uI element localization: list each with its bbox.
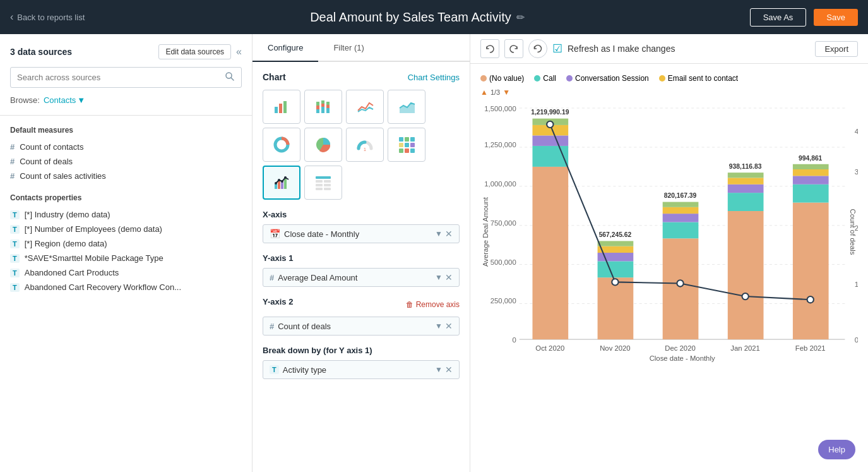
chart-toolbar: ☑ Refresh as I make changes Export <box>470 34 868 64</box>
property-item[interactable]: T[*] Number of Employees (demo data) <box>10 222 242 236</box>
property-item[interactable]: T[*] Industry (demo data) <box>10 207 242 222</box>
export-button[interactable]: Export <box>815 41 858 57</box>
tab-configure[interactable]: Configure <box>253 34 318 62</box>
svg-rect-41 <box>316 188 323 190</box>
svg-text:Dec 2020: Dec 2020 <box>665 344 696 352</box>
svg-text:250,000: 250,000 <box>490 297 516 305</box>
collapse-sidebar-button[interactable]: « <box>236 46 242 57</box>
svg-rect-10 <box>321 100 324 104</box>
bar-dec-other <box>663 202 699 207</box>
refresh-label: Refresh as I make changes <box>568 44 675 54</box>
remove-yaxis2-button[interactable]: 🗑 Remove axis <box>406 300 460 309</box>
bar-feb-no-value <box>793 203 829 340</box>
svg-text:1,219,990.19: 1,219,990.19 <box>531 109 569 116</box>
legend-call: Call <box>534 74 556 83</box>
yaxis1-select[interactable]: # Average Deal Amount ▼ ✕ <box>263 268 460 287</box>
property-item[interactable]: TAbandoned Cart Products <box>10 265 242 280</box>
xaxis-select[interactable]: 📅 Close date - Monthly ▼ ✕ <box>263 224 460 243</box>
yaxis1-clear-icon[interactable]: ✕ <box>445 272 453 282</box>
main-chart-svg: 0 250,000 500,000 750,000 1,000,000 1,25… <box>480 99 858 365</box>
chart-type-line[interactable] <box>346 90 384 124</box>
chart-legend: (No value) Call Conversation Session Ema… <box>480 74 858 83</box>
svg-rect-22 <box>399 143 403 147</box>
prev-arrow-icon[interactable]: ▲ <box>480 88 488 97</box>
chart-type-pie[interactable] <box>304 128 342 162</box>
chart-type-donut[interactable] <box>263 128 300 162</box>
measure-item[interactable]: #Count of sales activities <box>10 169 242 183</box>
type-badge: T <box>10 269 20 277</box>
bar-nov-other <box>598 241 634 246</box>
svg-rect-40 <box>324 184 331 186</box>
xaxis-clear-icon[interactable]: ✕ <box>445 229 453 239</box>
back-button[interactable]: ‹ Back to reports list <box>10 11 85 23</box>
breakdown-select[interactable]: T Activity type ▼ ✕ <box>263 360 460 379</box>
chart-type-table[interactable] <box>304 166 342 200</box>
legend-dot-no-value <box>480 75 487 82</box>
measure-item[interactable]: #Count of contacts <box>10 140 242 154</box>
yaxis2-label: Y-axis 2 <box>263 297 293 306</box>
pagination-row: ▲ 1/3 ▼ <box>480 88 858 97</box>
refresh-checkbox-icon[interactable]: ☑ <box>552 42 562 56</box>
redo-button[interactable] <box>504 39 523 58</box>
report-title: Deal Amount by Sales Team Activity ✏ <box>92 10 742 25</box>
refresh-button[interactable] <box>528 39 547 58</box>
svg-text:Oct 2020: Oct 2020 <box>535 344 564 352</box>
legend-label-conversation: Conversation Session <box>575 74 649 83</box>
legend-dot-call <box>534 75 540 82</box>
yaxis1-section: Y-axis 1 # Average Deal Amount ▼ ✕ <box>263 253 460 287</box>
measure-item[interactable]: #Count of deals <box>10 154 242 169</box>
right-panel: ☑ Refresh as I make changes Export (No v… <box>470 34 868 472</box>
trash-icon: 🗑 <box>406 300 413 309</box>
chart-type-stacked-bar[interactable] <box>304 90 342 124</box>
property-item[interactable]: TAbandoned Cart Recovery Workflow Con... <box>10 280 242 294</box>
chart-section-header: Chart Chart Settings <box>263 72 460 82</box>
svg-rect-7 <box>316 102 319 106</box>
bar-jan-no-value <box>728 211 764 339</box>
data-sources-row: 3 data sources Edit data sources « <box>10 44 242 59</box>
chart-settings-link[interactable]: Chart Settings <box>408 73 460 82</box>
yaxis2-select[interactable]: # Count of deals ▼ ✕ <box>263 317 460 336</box>
tab-filter[interactable]: Filter (1) <box>318 34 379 62</box>
undo-button[interactable] <box>480 39 499 58</box>
svg-rect-5 <box>316 109 319 113</box>
chart-type-bar[interactable] <box>263 90 300 124</box>
svg-rect-25 <box>399 148 403 153</box>
breakdown-clear-icon[interactable]: ✕ <box>445 365 453 375</box>
chart-type-combo[interactable] <box>263 166 300 200</box>
hash-icon: # <box>10 157 15 166</box>
type-badge: T <box>10 225 20 234</box>
svg-rect-37 <box>316 180 323 183</box>
property-item[interactable]: T*SAVE*Smarttel Mobile Package Type <box>10 251 242 265</box>
bar-feb-conversation <box>793 176 829 184</box>
measures-list: #Count of contacts#Count of deals#Count … <box>10 140 242 183</box>
header: ‹ Back to reports list Deal Amount by Sa… <box>0 0 868 34</box>
browse-chevron-icon: ▼ <box>77 95 85 105</box>
yaxis2-hash-icon: # <box>270 322 274 331</box>
search-input[interactable] <box>17 73 225 82</box>
chart-type-area[interactable] <box>388 90 425 124</box>
property-item[interactable]: T[*] Region (demo data) <box>10 236 242 251</box>
legend-dot-email <box>659 75 665 82</box>
chart-type-heatmap[interactable] <box>388 128 425 162</box>
pagination-text: 1/3 <box>490 88 500 96</box>
save-button[interactable]: Save <box>814 9 858 26</box>
chart-type-gauge[interactable]: 1 <box>346 128 384 162</box>
edit-title-icon[interactable]: ✏ <box>516 11 525 23</box>
svg-line-1 <box>231 78 234 80</box>
edit-data-sources-button[interactable]: Edit data sources <box>158 44 231 59</box>
svg-text:Jan 2021: Jan 2021 <box>730 344 760 352</box>
svg-text:0: 0 <box>512 336 516 344</box>
svg-text:Average Deal Amount: Average Deal Amount <box>482 197 489 267</box>
help-button[interactable]: Help <box>818 440 855 459</box>
next-arrow-icon[interactable]: ▼ <box>502 88 510 97</box>
svg-rect-12 <box>326 105 330 108</box>
svg-rect-4 <box>283 101 287 113</box>
bar-oct-conversation <box>532 135 568 145</box>
browse-contacts-dropdown[interactable]: Contacts ▼ <box>44 95 85 105</box>
save-as-button[interactable]: Save As <box>750 8 807 27</box>
yaxis2-clear-icon[interactable]: ✕ <box>445 321 453 331</box>
svg-rect-3 <box>279 104 282 113</box>
yaxis2-value: Count of deals <box>278 322 431 331</box>
point-feb <box>807 296 814 303</box>
svg-text:Close date - Monthly: Close date - Monthly <box>650 354 715 362</box>
